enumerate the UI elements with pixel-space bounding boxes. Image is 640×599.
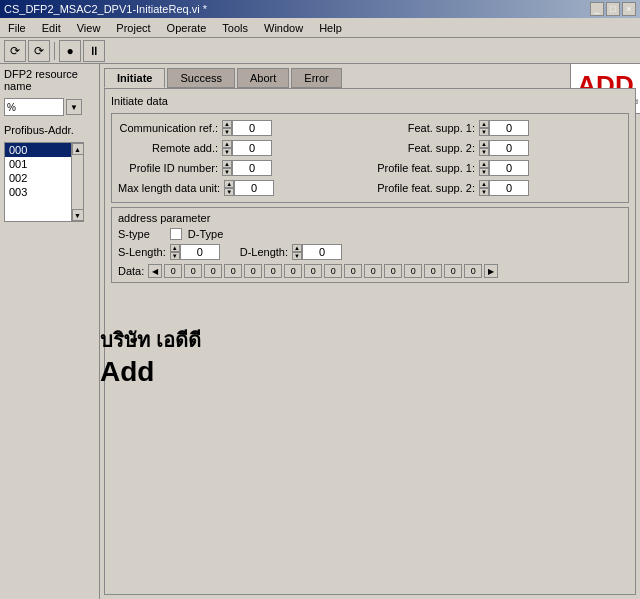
data-cell-3: 0 — [224, 264, 242, 278]
maximize-button[interactable]: □ — [606, 2, 620, 16]
feat-supp1-spin: ▲ ▼ — [479, 120, 489, 136]
title-bar: CS_DFP2_MSAC2_DPV1-InitiateReq.vi * _ □ … — [0, 0, 640, 18]
remote-add-label: Remote add.: — [118, 142, 218, 154]
profibus-scrollbar: ▲ ▼ — [71, 143, 83, 221]
data-cell-5: 0 — [264, 264, 282, 278]
menu-operate[interactable]: Operate — [163, 20, 211, 36]
addr-params-title: address parameter — [118, 212, 622, 224]
data-scroll-right[interactable]: ▶ — [484, 264, 498, 278]
profile-id-input[interactable] — [232, 160, 272, 176]
menu-help[interactable]: Help — [315, 20, 346, 36]
d-length-down[interactable]: ▼ — [292, 252, 302, 260]
field-comm-ref: Communication ref.: ▲ ▼ — [118, 120, 365, 136]
fields-right: Feat. supp. 1: ▲ ▼ Feat. supp. 2: — [375, 120, 622, 196]
data-scroll-left[interactable]: ◀ — [148, 264, 162, 278]
run-cont-button[interactable]: ⟳ — [28, 40, 50, 62]
data-cell-0: 0 — [164, 264, 182, 278]
d-length-input[interactable] — [302, 244, 342, 260]
data-cell-13: 0 — [424, 264, 442, 278]
s-length-label: S-Length: — [118, 246, 166, 258]
remote-add-down[interactable]: ▼ — [222, 148, 232, 156]
profile-feat-supp1-down[interactable]: ▼ — [479, 168, 489, 176]
tab-error[interactable]: Error — [291, 68, 341, 88]
fields-left: Communication ref.: ▲ ▼ Remote add.: — [118, 120, 365, 196]
s-length-spin-group: ▲ ▼ — [170, 244, 220, 260]
right-panel: Initiate Success Abort Error Initiate da… — [100, 64, 640, 599]
run-button[interactable]: ⟳ — [4, 40, 26, 62]
field-max-length: Max length data unit: ▲ ▼ — [118, 180, 365, 196]
feat-supp1-down[interactable]: ▼ — [479, 128, 489, 136]
dfp2-dropdown-arrow[interactable]: ▼ — [66, 99, 82, 115]
profile-id-spin-group: ▲ ▼ — [222, 160, 272, 176]
menu-view[interactable]: View — [73, 20, 105, 36]
data-cell-14: 0 — [444, 264, 462, 278]
main-content: ADD Add Furnace Co. Ltd Result Success D… — [0, 64, 640, 599]
toolbar: ⟳ ⟳ ● ⏸ — [0, 38, 640, 64]
pause-button[interactable]: ⏸ — [83, 40, 105, 62]
s-length-spin: ▲ ▼ — [170, 244, 180, 260]
data-cell-9: 0 — [344, 264, 362, 278]
profile-id-label: Profile ID number: — [118, 162, 218, 174]
profibus-scroll-down[interactable]: ▼ — [72, 209, 84, 221]
stop-button[interactable]: ● — [59, 40, 81, 62]
menu-file[interactable]: File — [4, 20, 30, 36]
menu-window[interactable]: Window — [260, 20, 307, 36]
feat-supp2-up[interactable]: ▲ — [479, 140, 489, 148]
feat-supp1-input[interactable] — [489, 120, 529, 136]
feat-supp2-down[interactable]: ▼ — [479, 148, 489, 156]
d-length-up[interactable]: ▲ — [292, 244, 302, 252]
data-cell-15: 0 — [464, 264, 482, 278]
data-row: Data: ◀ 0 0 0 0 0 0 0 0 0 — [118, 264, 622, 278]
comm-ref-up[interactable]: ▲ — [222, 120, 232, 128]
field-feat-supp2: Feat. supp. 2: ▲ ▼ — [375, 140, 622, 156]
profile-feat-supp2-up[interactable]: ▲ — [479, 180, 489, 188]
tab-success[interactable]: Success — [167, 68, 235, 88]
profile-id-down[interactable]: ▼ — [222, 168, 232, 176]
profile-feat-supp2-down[interactable]: ▼ — [479, 188, 489, 196]
comm-ref-input[interactable] — [232, 120, 272, 136]
s-length-up[interactable]: ▲ — [170, 244, 180, 252]
max-length-up[interactable]: ▲ — [224, 180, 234, 188]
d-type-checkbox[interactable] — [170, 228, 182, 240]
tab-initiate[interactable]: Initiate — [104, 68, 165, 88]
max-length-down[interactable]: ▼ — [224, 188, 234, 196]
tab-abort[interactable]: Abort — [237, 68, 289, 88]
close-button[interactable]: × — [622, 2, 636, 16]
menu-edit[interactable]: Edit — [38, 20, 65, 36]
dfp2-input[interactable] — [4, 98, 64, 116]
profile-feat-supp1-input[interactable] — [489, 160, 529, 176]
comm-ref-spin-group: ▲ ▼ — [222, 120, 272, 136]
menu-bar: File Edit View Project Operate Tools Win… — [0, 18, 640, 38]
profile-feat-supp1-spin: ▲ ▼ — [479, 160, 489, 176]
comm-ref-down[interactable]: ▼ — [222, 128, 232, 136]
initiate-data-box: Communication ref.: ▲ ▼ Remote add.: — [111, 113, 629, 203]
profile-feat-supp2-input[interactable] — [489, 180, 529, 196]
feat-supp1-label: Feat. supp. 1: — [375, 122, 475, 134]
d-length-field: D-Length: ▲ ▼ — [240, 244, 342, 260]
window-title: CS_DFP2_MSAC2_DPV1-InitiateReq.vi * — [4, 3, 590, 15]
s-length-input[interactable] — [180, 244, 220, 260]
menu-tools[interactable]: Tools — [218, 20, 252, 36]
remote-add-input[interactable] — [232, 140, 272, 156]
window-controls: _ □ × — [590, 2, 636, 16]
feat-supp2-input[interactable] — [489, 140, 529, 156]
profile-id-up[interactable]: ▲ — [222, 160, 232, 168]
feat-supp1-up[interactable]: ▲ — [479, 120, 489, 128]
data-cell-11: 0 — [384, 264, 402, 278]
addr-row: S-type D-Type — [118, 228, 622, 240]
s-length-down[interactable]: ▼ — [170, 252, 180, 260]
s-length-field: S-Length: ▲ ▼ — [118, 244, 220, 260]
comm-ref-spin: ▲ ▼ — [222, 120, 232, 136]
max-length-input[interactable] — [234, 180, 274, 196]
profibus-listbox[interactable]: 000 001 002 003 ▲ ▼ — [4, 142, 84, 222]
profibus-scroll-up[interactable]: ▲ — [72, 143, 84, 155]
toolbar-separator — [54, 42, 55, 60]
minimize-button[interactable]: _ — [590, 2, 604, 16]
profile-feat-supp1-up[interactable]: ▲ — [479, 160, 489, 168]
field-remote-add: Remote add.: ▲ ▼ — [118, 140, 365, 156]
length-row: S-Length: ▲ ▼ D-Length: — [118, 244, 622, 260]
menu-project[interactable]: Project — [112, 20, 154, 36]
d-length-label: D-Length: — [240, 246, 288, 258]
remote-add-up[interactable]: ▲ — [222, 140, 232, 148]
field-profile-feat-supp1: Profile feat. supp. 1: ▲ ▼ — [375, 160, 622, 176]
